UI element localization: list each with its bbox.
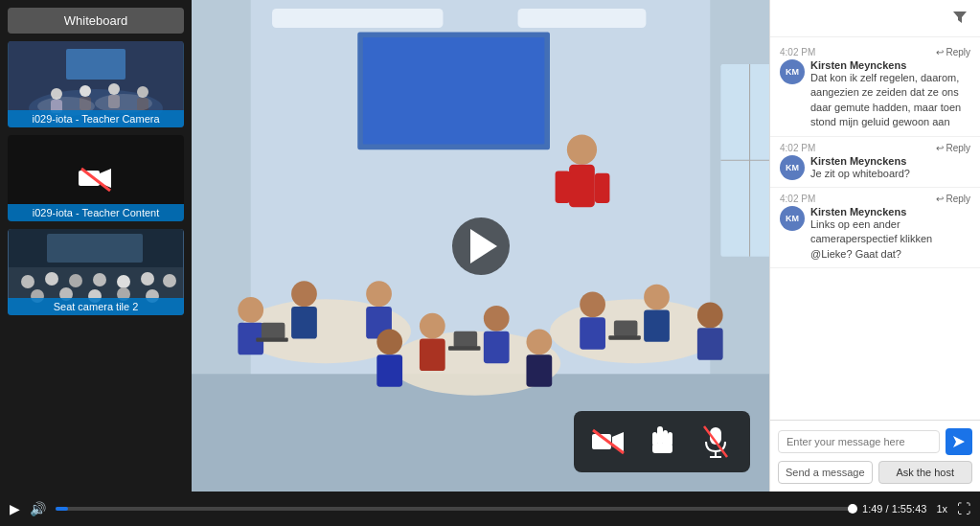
volume-icon[interactable]: 🔊 [30,501,46,516]
seat-camera-label: Seat camera tile 2 [8,298,184,315]
content-area: Whiteboard [0,0,980,492]
reply-label-1: Reply [946,47,970,57]
svg-rect-39 [363,37,545,145]
speed-button[interactable]: 1x [936,503,947,515]
svg-rect-10 [66,49,125,80]
reply-label-3: Reply [946,194,970,204]
reply-button-2[interactable]: ↩ Reply [936,143,970,153]
avatar-3: KM [780,206,805,231]
msg-time-2: 4:02 PM [780,143,815,153]
svg-rect-43 [595,173,610,203]
chat-message-3: 4:02 PM ↩ Reply KM Kirsten Meynckens Lin… [770,188,980,268]
main-container: Whiteboard [0,0,980,526]
msg-content-3: Kirsten Meynckens Links op een ander cam… [810,206,970,262]
svg-point-22 [93,273,106,286]
camera-tile-seat-camera[interactable]: Seat camera tile 2 [8,229,184,315]
reply-icon-3: ↩ [936,194,944,204]
send-message-button[interactable]: Send a message [778,461,873,484]
whiteboard-button[interactable]: Whiteboard [8,8,184,34]
svg-point-51 [366,281,392,307]
play-pause-button[interactable]: ▶ [10,501,20,516]
svg-rect-81 [657,426,663,446]
msg-text-2: Je zit op whiteboard? [810,167,970,181]
video-player[interactable] [192,0,769,492]
svg-rect-72 [608,335,640,339]
svg-point-4 [80,85,91,97]
camera-tile-teacher-content[interactable]: i029-iota - Teacher Content [8,135,184,221]
svg-point-40 [567,135,597,165]
camera-tile-teacher-camera[interactable]: i029-iota - Teacher Camera [8,41,184,127]
msg-text-1: Dat kon ik zelf regelen, daarom, aangezi… [810,71,970,130]
sidebar: Whiteboard [0,0,192,492]
play-button[interactable] [452,217,510,275]
teacher-content-label: i029-iota - Teacher Content [8,204,184,221]
chat-input-area: Send a message Ask the host [770,420,980,492]
msg-author-1: Kirsten Meynckens [810,59,970,71]
chat-input[interactable] [778,430,940,453]
raise-hand-icon [648,424,676,459]
svg-point-57 [484,306,510,332]
svg-rect-64 [644,309,670,341]
time-current: 1:49 [862,503,882,515]
reply-icon-2: ↩ [936,143,944,153]
chat-input-row [778,428,972,455]
no-camera-control[interactable] [589,423,627,461]
video-area [192,0,769,492]
reply-label-2: Reply [946,143,970,153]
svg-rect-54 [376,354,402,386]
chat-panel: 4:02 PM ↩ Reply KM Kirsten Meynckens Dat… [769,0,980,492]
svg-rect-69 [454,332,478,348]
chat-actions: Send a message Ask the host [778,461,972,484]
svg-rect-71 [614,321,638,337]
time-display: 1:49 / 1:55:43 [862,503,926,515]
svg-rect-85 [652,444,672,453]
svg-point-19 [21,275,34,288]
msg-body-3: KM Kirsten Meynckens Links op een ander … [780,206,970,262]
reply-icon-1: ↩ [936,47,944,57]
progress-bar[interactable] [56,507,853,511]
svg-rect-60 [526,354,552,386]
raise-hand-control[interactable] [643,423,681,461]
video-controls-overlay [574,411,750,472]
svg-rect-42 [556,171,571,202]
chat-message-2: 4:02 PM ↩ Reply KM Kirsten Meynckens Je … [770,137,980,188]
ask-host-button[interactable]: Ask the host [878,461,973,484]
filter-icon[interactable] [951,8,969,29]
reply-button-3[interactable]: ↩ Reply [936,194,970,204]
svg-rect-68 [256,337,287,341]
svg-rect-31 [47,234,143,263]
no-video-icon [77,164,115,193]
svg-point-24 [141,272,154,286]
svg-point-63 [644,285,670,310]
svg-point-65 [697,303,723,329]
msg-time-3: 4:02 PM [780,194,815,204]
svg-point-25 [163,274,176,287]
svg-point-49 [291,281,317,307]
msg-header-1: 4:02 PM ↩ Reply [780,47,970,57]
msg-author-3: Kirsten Meynckens [810,206,970,217]
chat-header [770,0,980,37]
svg-point-6 [108,83,120,95]
avatar-2: KM [780,155,805,180]
msg-header-3: 4:02 PM ↩ Reply [780,194,970,204]
msg-content-2: Kirsten Meynckens Je zit op whiteboard? [810,155,970,181]
avatar-1: KM [780,59,805,84]
reply-button-1[interactable]: ↩ Reply [936,47,970,57]
fullscreen-button[interactable]: ⛶ [957,501,970,516]
time-separator: / [883,503,892,515]
svg-rect-84 [668,432,672,446]
msg-author-2: Kirsten Meynckens [810,155,970,167]
svg-rect-50 [291,307,317,338]
no-mic-icon [702,424,729,459]
send-button[interactable] [946,428,972,455]
svg-rect-41 [569,165,595,208]
msg-content-1: Kirsten Meynckens Dat kon ik zelf regele… [810,59,970,130]
svg-rect-82 [663,430,668,446]
msg-text-3: Links op een ander cameraperspectief kli… [810,217,970,262]
svg-rect-83 [652,432,657,446]
no-mic-control[interactable] [696,423,735,461]
svg-rect-67 [262,323,285,339]
time-total: 1:55:43 [892,503,927,515]
svg-rect-62 [580,317,605,349]
msg-time-1: 4:02 PM [780,47,815,57]
